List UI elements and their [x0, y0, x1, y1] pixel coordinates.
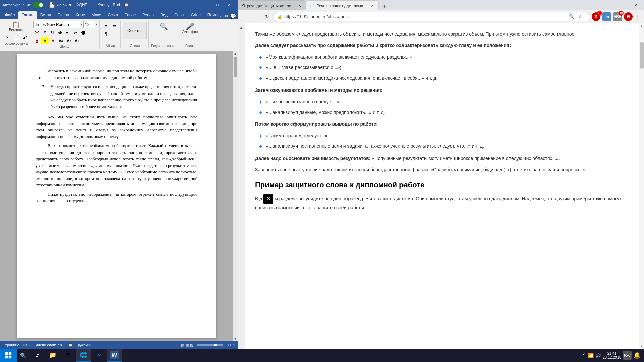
scroll-up-arrow[interactable]: ▲: [233, 51, 238, 56]
word-close-btn[interactable]: ✕: [223, 0, 235, 10]
more-icon[interactable]: ▾: [69, 2, 71, 8]
tab-help[interactable]: Спра: [171, 11, 187, 19]
new-tab-btn[interactable]: +: [380, 2, 389, 11]
tab1-close[interactable]: ✕: [297, 3, 302, 9]
subscript-btn[interactable]: x₂: [64, 29, 71, 36]
ribbon-comment-icon[interactable]: 💬: [230, 13, 236, 19]
taskbar-edge-btn[interactable]: ℯ: [92, 349, 106, 362]
redo-icon[interactable]: ↪: [63, 2, 67, 8]
underline-btn[interactable]: Ч: [49, 29, 56, 36]
yandex-logo-btn[interactable]: Я: [624, 12, 633, 21]
yandex-avatar[interactable]: Я: [624, 12, 633, 21]
address-input[interactable]: 🔒 https://1001student.ru/ehkzame... 🔍 ☆: [273, 12, 590, 21]
tray-arrow-btn[interactable]: ⌃: [582, 352, 586, 359]
search-btn[interactable]: 🔍: [158, 22, 170, 31]
tab-draw[interactable]: Рисои: [54, 11, 72, 19]
browser-scroll-up-btn[interactable]: ▲: [238, 23, 245, 349]
font-size-dropdown[interactable]: ▾: [96, 23, 98, 26]
scroll-thumb[interactable]: [234, 57, 237, 77]
font-name-dropdown[interactable]: ▾: [81, 23, 83, 26]
refresh-btn[interactable]: ↻: [262, 12, 272, 21]
browser-scroll-thumb[interactable]: [640, 42, 644, 69]
search-in-bar-icon[interactable]: 🔍: [568, 13, 575, 20]
strikethrough-btn[interactable]: ab: [56, 29, 64, 36]
word-window: Автосохранение 💾 ↩ ↪ ▾ 2ДИП.... Kseniya …: [0, 0, 238, 349]
para-settings-btn[interactable]: ¶: [102, 30, 110, 38]
bold-btn[interactable]: Ж: [33, 29, 41, 36]
dictaphone-btn[interactable]: 🎤 Диктофон: [181, 22, 199, 35]
tab-pomosh[interactable]: Помощ: [204, 11, 224, 19]
zoom-thumb[interactable]: [214, 344, 217, 346]
tab-insert[interactable]: Встав: [37, 11, 54, 19]
tab-view[interactable]: Вид: [157, 11, 171, 19]
zoom-slider[interactable]: [197, 344, 223, 346]
tab-layout[interactable]: Маке: [88, 11, 105, 19]
word-minimize-btn[interactable]: ─: [200, 0, 212, 10]
highlight-btn[interactable]: A: [41, 37, 49, 44]
tab-grind[interactable]: Grind: [187, 11, 204, 19]
bullet-star-icon-4: ✦: [258, 98, 263, 107]
browser-maximize-btn[interactable]: □: [613, 0, 629, 10]
word-scrollbar[interactable]: ▲ ▼: [233, 51, 238, 341]
font-color-btn[interactable]: A: [33, 37, 41, 44]
undo-icon[interactable]: ↩: [57, 2, 61, 8]
browser-close-btn[interactable]: ✕: [629, 0, 644, 10]
browser-minimize-btn[interactable]: ─: [598, 0, 613, 10]
copy-btn[interactable]: 📄: [12, 34, 20, 41]
paste-btn[interactable]: 📋 Вставить: [8, 20, 24, 33]
font-color2-btn[interactable]: A: [49, 37, 57, 44]
tab-file[interactable]: Файл: [2, 11, 18, 19]
clear-format-btn[interactable]: 🅐: [79, 29, 87, 36]
scroll-down-arrow[interactable]: ▼: [233, 336, 238, 341]
browser-tab-1[interactable]: Я речь для защиты дипло... ✕: [238, 0, 306, 11]
autosave-toggle[interactable]: [33, 2, 44, 8]
superscript-btn[interactable]: x²: [72, 29, 79, 36]
network-icon[interactable]: 📶: [588, 353, 594, 358]
increase-size-btn[interactable]: A↑: [65, 37, 73, 44]
tab-review[interactable]: Рецен: [139, 11, 157, 19]
align-justify-btn[interactable]: ☰: [111, 22, 119, 29]
decrease-size-btn[interactable]: A↓: [73, 37, 81, 44]
more-options-btn[interactable]: ⋮: [634, 13, 641, 20]
bullet-2-2: ✦ «...анализируя данные, можно предполож…: [255, 109, 629, 117]
word-maximize-btn[interactable]: □: [212, 0, 223, 10]
taskbar-lang-btn[interactable]: РУС: [623, 351, 632, 360]
ribbon-edit-icon[interactable]: ✏: [225, 13, 229, 19]
forward-btn[interactable]: →: [252, 12, 261, 21]
volume-icon[interactable]: 🔊: [595, 353, 601, 358]
taskbar-explorer-btn[interactable]: 📁: [45, 349, 60, 362]
italic-btn[interactable]: К: [41, 29, 48, 36]
cut-btn[interactable]: ✂: [3, 34, 11, 41]
font-size-input[interactable]: [83, 21, 95, 28]
browser-scroll-down[interactable]: ▼: [639, 344, 644, 349]
tab-design[interactable]: Конс: [72, 11, 88, 19]
status-zoom: 80 %: [227, 343, 235, 347]
tab-mailings[interactable]: Рассс: [121, 11, 139, 19]
taskbar-taskview-btn[interactable]: 🗂: [30, 349, 44, 362]
on-btn[interactable]: on: [602, 12, 611, 21]
star-icon[interactable]: ☆: [577, 13, 584, 20]
taskbar-search-btn[interactable]: 🔍: [17, 349, 30, 362]
format-painter-btn[interactable]: 🖌: [21, 34, 29, 41]
article-para-top: Таким же образом следует представить объ…: [255, 30, 629, 38]
start-button[interactable]: [0, 349, 17, 362]
styles-gallery[interactable]: Обычн...: [123, 22, 147, 39]
browser-scroll-up[interactable]: ▲: [639, 23, 644, 28]
close-x-btn[interactable]: ✕: [263, 194, 273, 204]
case-btn[interactable]: Аа: [57, 37, 65, 44]
font-name-input[interactable]: [33, 21, 80, 28]
taskbar-word-btn[interactable]: W: [107, 349, 122, 362]
align-center-btn[interactable]: ≡: [102, 22, 110, 29]
browser-scrollbar[interactable]: ▲ ▼: [639, 23, 644, 349]
taskbar-mail-btn[interactable]: ✉: [61, 349, 75, 362]
taskbar-chrome-btn[interactable]: 🌐: [76, 349, 91, 362]
notification-icon[interactable]: 🔔: [633, 352, 641, 359]
tab-home[interactable]: Главн: [18, 11, 37, 19]
section1-title: Далее следует рассказать про содержание …: [255, 42, 629, 49]
back-btn[interactable]: ←: [241, 12, 250, 21]
bullet-1-2: ✦ «... в 1 главе рассказывается о...»;: [255, 64, 629, 72]
tab2-close[interactable]: ✕: [370, 3, 375, 9]
tab-references[interactable]: Ссыл: [104, 11, 121, 19]
save-icon[interactable]: 💾: [48, 2, 55, 8]
browser-tab-2[interactable]: 📄 Речь на защиту диплома ... ✕: [306, 0, 379, 11]
